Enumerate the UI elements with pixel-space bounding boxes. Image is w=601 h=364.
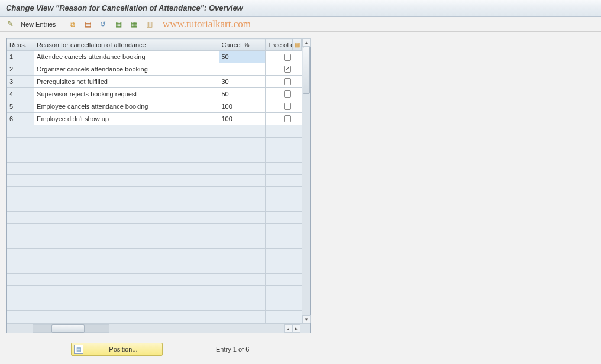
- table-row[interactable]: 1Attendee cancels attendance booking50: [7, 51, 310, 63]
- new-entries-button[interactable]: New Entries: [17, 18, 59, 30]
- horizontal-scrollbar[interactable]: ◄ ▸ ◂ ►: [7, 323, 310, 333]
- table-row-empty[interactable]: [7, 274, 310, 286]
- cell-reas[interactable]: 5: [7, 100, 34, 112]
- empty-cell[interactable]: [219, 150, 266, 162]
- empty-cell[interactable]: [7, 236, 34, 249]
- col-header-cancel[interactable]: Cancel %: [219, 39, 266, 51]
- empty-cell[interactable]: [219, 311, 266, 323]
- table-row-empty[interactable]: [7, 249, 310, 261]
- table-row-empty[interactable]: [7, 187, 310, 199]
- scroll-up-button[interactable]: ▲: [302, 38, 311, 47]
- cancellation-reasons-table[interactable]: Reas. Reason for cancellation of attenda…: [7, 38, 310, 323]
- empty-cell[interactable]: [34, 174, 219, 187]
- empty-cell[interactable]: [7, 162, 34, 174]
- empty-cell[interactable]: [34, 311, 219, 323]
- table-row-empty[interactable]: [7, 286, 310, 298]
- cell-reas[interactable]: 1: [7, 51, 34, 63]
- change-mode-button[interactable]: ✎: [5, 18, 16, 30]
- table-row-empty[interactable]: [7, 261, 310, 274]
- col-header-reason[interactable]: Reason for cancellation of attendance: [34, 39, 219, 51]
- cell-reason[interactable]: Employee didn't show up: [34, 112, 219, 125]
- col-header-reas[interactable]: Reas.: [7, 39, 34, 51]
- table-row-empty[interactable]: [7, 162, 310, 174]
- vertical-scrollbar[interactable]: ▲ ▼: [302, 38, 310, 323]
- cell-reas[interactable]: 3: [7, 75, 34, 87]
- cell-reason[interactable]: Organizer cancels attendance booking: [34, 63, 219, 75]
- empty-cell[interactable]: [34, 199, 219, 212]
- free-of-charge-checkbox[interactable]: [284, 66, 291, 73]
- empty-cell[interactable]: [219, 298, 266, 311]
- hscroll-right[interactable]: ◂: [284, 324, 292, 333]
- table-row-empty[interactable]: [7, 150, 310, 162]
- position-button[interactable]: ▤ Position...: [71, 343, 163, 356]
- empty-cell[interactable]: [7, 311, 34, 323]
- table-row-empty[interactable]: [7, 212, 310, 224]
- empty-cell[interactable]: [219, 261, 266, 274]
- cell-reason[interactable]: Attendee cancels attendance booking: [34, 51, 219, 63]
- empty-cell[interactable]: [7, 150, 34, 162]
- empty-cell[interactable]: [219, 236, 266, 249]
- empty-cell[interactable]: [219, 174, 266, 187]
- empty-cell[interactable]: [34, 187, 219, 199]
- empty-cell[interactable]: [34, 162, 219, 174]
- table-row-empty[interactable]: [7, 199, 310, 212]
- vscroll-thumb[interactable]: [303, 47, 310, 94]
- copy-as-button[interactable]: ⧉: [65, 18, 79, 30]
- table-row[interactable]: 4Supervisor rejects booking request50: [7, 87, 310, 100]
- empty-cell[interactable]: [34, 224, 219, 236]
- cell-cancel-percent[interactable]: 30: [219, 75, 266, 87]
- empty-cell[interactable]: [219, 137, 266, 150]
- table-row[interactable]: 5Employee cancels attendance booking100: [7, 100, 310, 112]
- empty-cell[interactable]: [34, 261, 219, 274]
- free-of-charge-checkbox[interactable]: [284, 103, 291, 110]
- empty-cell[interactable]: [7, 274, 34, 286]
- empty-cell[interactable]: [7, 298, 34, 311]
- empty-cell[interactable]: [7, 212, 34, 224]
- empty-cell[interactable]: [219, 212, 266, 224]
- cell-cancel-percent[interactable]: 100: [219, 112, 266, 125]
- empty-cell[interactable]: [34, 298, 219, 311]
- cell-reas[interactable]: 4: [7, 87, 34, 100]
- cell-reason[interactable]: Employee cancels attendance booking: [34, 100, 219, 112]
- empty-cell[interactable]: [34, 286, 219, 298]
- select-all-button[interactable]: ▦: [111, 18, 125, 30]
- table-row[interactable]: 2Organizer cancels attendance booking: [7, 63, 310, 75]
- cell-reas[interactable]: 6: [7, 112, 34, 125]
- empty-cell[interactable]: [219, 199, 266, 212]
- empty-cell[interactable]: [219, 125, 266, 137]
- empty-cell[interactable]: [7, 224, 34, 236]
- hscroll-thumb[interactable]: [51, 324, 85, 333]
- table-settings-button[interactable]: ▦: [292, 38, 302, 50]
- table-row-empty[interactable]: [7, 224, 310, 236]
- empty-cell[interactable]: [219, 286, 266, 298]
- cell-cancel-percent[interactable]: 50: [219, 51, 266, 63]
- table-row[interactable]: 3Prerequisites not fulfilled30: [7, 75, 310, 87]
- deselect-all-button[interactable]: ▥: [142, 18, 156, 30]
- empty-cell[interactable]: [7, 125, 34, 137]
- table-row[interactable]: 6Employee didn't show up100: [7, 112, 310, 125]
- empty-cell[interactable]: [219, 187, 266, 199]
- table-row-empty[interactable]: [7, 125, 310, 137]
- empty-cell[interactable]: [7, 174, 34, 187]
- cell-cancel-percent[interactable]: 50: [219, 87, 266, 100]
- delete-button[interactable]: ▤: [80, 18, 95, 30]
- hscroll-right-end[interactable]: ►: [292, 324, 300, 333]
- empty-cell[interactable]: [219, 162, 266, 174]
- select-block-button[interactable]: ▦: [127, 18, 141, 30]
- empty-cell[interactable]: [219, 224, 266, 236]
- table-row-empty[interactable]: [7, 298, 310, 311]
- empty-cell[interactable]: [219, 249, 266, 261]
- empty-cell[interactable]: [34, 236, 219, 249]
- free-of-charge-checkbox[interactable]: [284, 54, 291, 61]
- cell-reason[interactable]: Prerequisites not fulfilled: [34, 75, 219, 87]
- table-row-empty[interactable]: [7, 236, 310, 249]
- undo-button[interactable]: ↺: [96, 18, 110, 30]
- empty-cell[interactable]: [7, 199, 34, 212]
- empty-cell[interactable]: [34, 150, 219, 162]
- table-row-empty[interactable]: [7, 311, 310, 323]
- empty-cell[interactable]: [7, 137, 34, 150]
- table-row-empty[interactable]: [7, 137, 310, 150]
- free-of-charge-checkbox[interactable]: [284, 115, 291, 122]
- empty-cell[interactable]: [34, 212, 219, 224]
- scroll-down-button[interactable]: ▼: [302, 315, 311, 323]
